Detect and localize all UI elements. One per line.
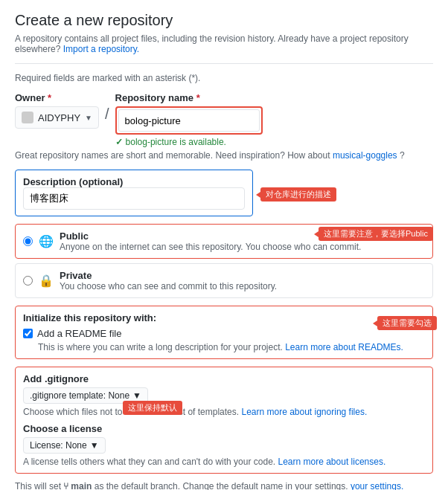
page-subtitle: A repository contains all project files,… bbox=[15, 33, 433, 54]
owner-select[interactable]: AIDYPHY ▼ bbox=[15, 106, 99, 129]
chevron-down-icon: ▼ bbox=[85, 114, 92, 122]
init-section: Initialize this repository with: Add a R… bbox=[15, 306, 433, 359]
gitignore-title: Add .gitignore bbox=[23, 373, 425, 384]
private-radio[interactable] bbox=[23, 276, 33, 286]
annotation-gitignore: 这里保持默认 bbox=[123, 401, 182, 415]
chevron-gitignore-icon: ▼ bbox=[132, 390, 141, 401]
owner-value: AIDYPHY bbox=[38, 112, 80, 123]
private-desc: You choose who can see and commit to thi… bbox=[60, 281, 425, 291]
annotation-init: 这里需要勾选 bbox=[377, 316, 437, 330]
annotation-visibility: 这里需要注意，要选择Public bbox=[319, 227, 433, 241]
header-divider bbox=[15, 63, 433, 64]
gitignore-desc: Choose which files not to track from a l… bbox=[23, 407, 425, 417]
gitignore-link[interactable]: Learn more about ignoring files. bbox=[241, 407, 367, 417]
readme-label[interactable]: Add a README file bbox=[37, 328, 121, 339]
readme-checkbox[interactable] bbox=[23, 329, 33, 338]
description-input[interactable] bbox=[23, 187, 245, 210]
import-link[interactable]: Import a repository. bbox=[63, 44, 139, 54]
branch-name: ⑂ main bbox=[63, 481, 92, 490]
owner-label: Owner * bbox=[15, 92, 99, 103]
settings-link[interactable]: your settings. bbox=[351, 481, 403, 490]
gitignore-section: Add .gitignore .gitignore template: None… bbox=[15, 367, 433, 474]
readme-row: Add a README file bbox=[23, 328, 425, 339]
annotation-description: 对仓库进行的描述 bbox=[260, 187, 336, 202]
readme-desc: This is where you can write a long descr… bbox=[38, 342, 425, 352]
check-icon: ✓ bbox=[115, 137, 123, 147]
repo-name-label: Repository name * bbox=[115, 92, 263, 103]
slash-separator: / bbox=[105, 92, 109, 123]
chevron-license-icon: ▼ bbox=[90, 440, 99, 451]
readme-link[interactable]: Learn more about READMEs. bbox=[285, 342, 403, 352]
suggestion-link[interactable]: musical-goggles bbox=[333, 150, 397, 161]
license-title: Choose a license bbox=[23, 423, 425, 434]
globe-icon: 🌐 bbox=[39, 234, 54, 248]
private-radio-option[interactable]: 🔒 Private You choose who can see and com… bbox=[15, 263, 433, 298]
suggestion-text: Great repository names are short and mem… bbox=[15, 150, 433, 161]
repo-name-input[interactable] bbox=[118, 109, 260, 132]
lock-icon: 🔒 bbox=[39, 274, 54, 288]
description-label: Description (optional) bbox=[23, 176, 123, 187]
license-select[interactable]: License: None ▼ bbox=[23, 437, 106, 454]
public-desc: Anyone on the internet can see this repo… bbox=[60, 242, 425, 252]
required-note: Required fields are marked with an aster… bbox=[15, 73, 433, 83]
page-title: Create a new repository bbox=[15, 12, 433, 29]
branch-info: This will set ⑂ main as the default bran… bbox=[15, 481, 433, 490]
license-link[interactable]: Learn more about licenses. bbox=[278, 457, 386, 467]
owner-avatar-icon bbox=[22, 112, 33, 123]
license-desc: A license tells others what they can and… bbox=[23, 457, 425, 467]
private-label: Private bbox=[60, 270, 425, 281]
availability-message: ✓ bolog-picture is available. bbox=[115, 137, 263, 147]
init-title: Initialize this repository with: bbox=[23, 312, 425, 323]
branch-icon: ⑂ bbox=[63, 481, 68, 490]
public-radio[interactable] bbox=[23, 236, 33, 246]
